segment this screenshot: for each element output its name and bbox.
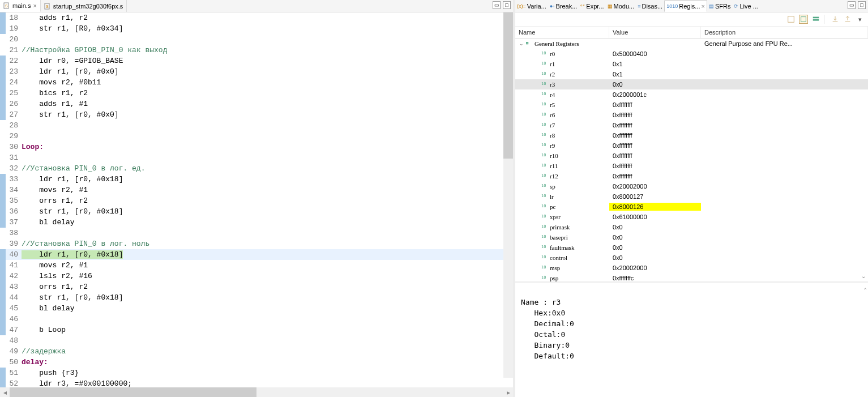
code-text: bl delay [19, 217, 75, 228]
code-line[interactable]: 35 orrs r1, r2 [0, 195, 513, 206]
code-line[interactable]: 38 [0, 228, 513, 238]
code-line[interactable]: 32//Установка PIN_0 в лог. ед. [0, 163, 513, 174]
code-line[interactable]: 36 str r1, [r0, #0x18] [0, 206, 513, 217]
maximize-icon[interactable]: □ [503, 1, 511, 9]
register-row[interactable]: 10r110xffffffff [515, 161, 868, 171]
register-row[interactable]: 10basepri0x0 [515, 232, 868, 242]
register-row[interactable]: 10lr0x8000127 [515, 191, 868, 202]
register-row[interactable]: 10r20x1 [515, 69, 868, 79]
detail-name-label: Name : [521, 298, 552, 306]
code-line[interactable]: 21//Настройка GPIOB_PIN_0 как выход [0, 45, 513, 56]
code-line[interactable]: 22 ldr r0, =GPIOB_BASE [0, 56, 513, 66]
code-line[interactable]: 45 bl delay [0, 303, 513, 314]
code-line[interactable]: 25 bics r1, r2 [0, 88, 513, 99]
col-header-name[interactable]: Name [515, 27, 609, 38]
view-tab-brk[interactable]: ●◦Break... [548, 0, 579, 12]
code-line[interactable]: 50delay: [0, 357, 513, 368]
register-value: 0x0 [609, 244, 701, 251]
code-line[interactable]: 24 movs r2, #0b11 [0, 77, 513, 88]
register-group[interactable]: ⌄▦General RegistersGeneral Purpose and F… [515, 39, 868, 49]
code-line[interactable]: 51 push {r3} [0, 368, 513, 378]
code-line[interactable]: 42 lsls r2, #16 [0, 271, 513, 281]
register-value: 0xffffffff [609, 142, 701, 150]
code-line[interactable]: 48 [0, 335, 513, 346]
view-tab-live[interactable]: ⟳Live ... [732, 0, 759, 12]
editor-vertical-scrollbar[interactable] [503, 12, 513, 378]
toolbar-btn-2[interactable] [799, 15, 808, 24]
code-line[interactable]: 28 [0, 120, 513, 131]
register-row[interactable]: 10control0x0 [515, 253, 868, 263]
register-row[interactable]: 10r60xffffffff [515, 110, 868, 120]
minimize-icon[interactable]: ▭ [848, 1, 856, 9]
view-menu-icon[interactable]: ▾ [856, 15, 865, 24]
editor-tab[interactable]: Sstartup_stm32g030f6px.s [41, 0, 127, 12]
register-row[interactable]: 10r10x1 [515, 59, 868, 69]
view-tab-expr[interactable]: ᵉˣExpr... [579, 0, 605, 12]
code-line[interactable]: 18 adds r1, r2 [0, 12, 513, 23]
code-line[interactable]: 30Loop: [0, 142, 513, 152]
toolbar-btn-1[interactable] [786, 15, 796, 24]
code-line[interactable]: 37 bl delay [0, 217, 513, 228]
toolbar-btn-import[interactable] [831, 15, 840, 24]
view-tab-sfr[interactable]: ▤SFRs [707, 0, 733, 12]
code-line[interactable]: 33 ldr r1, [r0, #0x18] [0, 174, 513, 185]
register-row[interactable]: 10faultmask0x0 [515, 242, 868, 253]
code-text: //Настройка GPIOB_PIN_0 как выход [19, 45, 167, 56]
code-line[interactable]: 41 movs r2, #1 [0, 260, 513, 271]
view-tab-var[interactable]: (x)=Varia... [515, 0, 548, 12]
code-line[interactable]: 19 str r1, [R0, #0x34] [0, 23, 513, 34]
close-icon[interactable]: × [33, 2, 36, 9]
register-row[interactable]: 10r50xffffffff [515, 100, 868, 110]
code-line[interactable]: 29 [0, 131, 513, 142]
code-text [19, 152, 22, 163]
register-row[interactable]: 10r100xffffffff [515, 151, 868, 161]
code-line[interactable]: 52 ldr r3, =#0x00100000; [0, 378, 513, 387]
code-line[interactable]: 34 movs r2, #1 [0, 185, 513, 195]
brk-icon: ●◦ [550, 3, 555, 9]
register-row[interactable]: 10primask0x0 [515, 222, 868, 232]
registers-table[interactable]: ⌄▦General RegistersGeneral Purpose and F… [515, 39, 868, 281]
code-line[interactable]: 23 ldr r1, [r0, #0x0] [0, 66, 513, 77]
register-row[interactable]: 10r00x50000400 [515, 49, 868, 59]
register-row[interactable]: 10r70xffffffff [515, 120, 868, 130]
code-line[interactable]: 46 [0, 314, 513, 325]
register-row[interactable]: 10r30x0 [515, 79, 868, 89]
code-line[interactable]: 39//Установка PIN_0 в лог. ноль [0, 238, 513, 249]
register-row[interactable]: 10r120xffffffff [515, 171, 868, 181]
register-icon: 10 [541, 234, 548, 240]
toolbar-btn-3[interactable] [811, 15, 820, 24]
code-line[interactable]: 20 [0, 34, 513, 45]
register-row[interactable]: 10psp0xfffffffc [515, 273, 868, 281]
code-text: str r1, [R0, #0x34] [19, 23, 123, 34]
code-line[interactable]: 43 orrs r1, r2 [0, 281, 513, 292]
chevron-down-icon[interactable]: ⌄ [519, 41, 524, 46]
col-header-description[interactable]: Description [701, 27, 868, 38]
register-icon: 10 [541, 255, 548, 261]
view-tab-reg[interactable]: 1010Regis... × [664, 0, 707, 12]
close-icon[interactable]: × [701, 3, 704, 10]
code-line[interactable]: 47 b Loop [0, 325, 513, 335]
editor-horizontal-scrollbar[interactable]: ◂ ▸ [0, 387, 513, 397]
code-line[interactable]: 44 str r1, [r0, #0x18] [0, 292, 513, 303]
register-row[interactable]: 10xpsr0x61000000 [515, 212, 868, 222]
code-line[interactable]: 27 str r1, [r0, #0x0] [0, 109, 513, 120]
code-line[interactable]: 31 [0, 152, 513, 163]
view-tab-mod[interactable]: ▦Modu... [606, 0, 636, 12]
toolbar-btn-export[interactable] [843, 15, 852, 24]
code-line[interactable]: 49//задержка [0, 346, 513, 357]
maximize-icon[interactable]: □ [858, 1, 866, 9]
register-row[interactable]: 10r90xffffffff [515, 140, 868, 151]
register-row[interactable]: 10sp0x20002000 [515, 181, 868, 191]
view-tab-dis[interactable]: ≡Disas... [636, 0, 664, 12]
register-row[interactable]: 10r40x2000001c [515, 89, 868, 100]
col-header-value[interactable]: Value [609, 27, 701, 38]
register-row[interactable]: 10r80xffffffff [515, 130, 868, 140]
minimize-icon[interactable]: ▭ [493, 1, 501, 9]
code-editor[interactable]: 18 adds r1, r219 str r1, [R0, #0x34]2021… [0, 12, 513, 387]
code-line[interactable]: 40 ldr r1, [r0, #0x18] [0, 249, 513, 260]
reg-icon: 1010 [666, 3, 678, 9]
register-row[interactable]: 10pc0x8000126 [515, 202, 868, 212]
register-row[interactable]: 10msp0x20002000 [515, 263, 868, 273]
code-line[interactable]: 26 adds r1, #1 [0, 99, 513, 109]
editor-tab[interactable]: Smain.s× [0, 0, 41, 12]
